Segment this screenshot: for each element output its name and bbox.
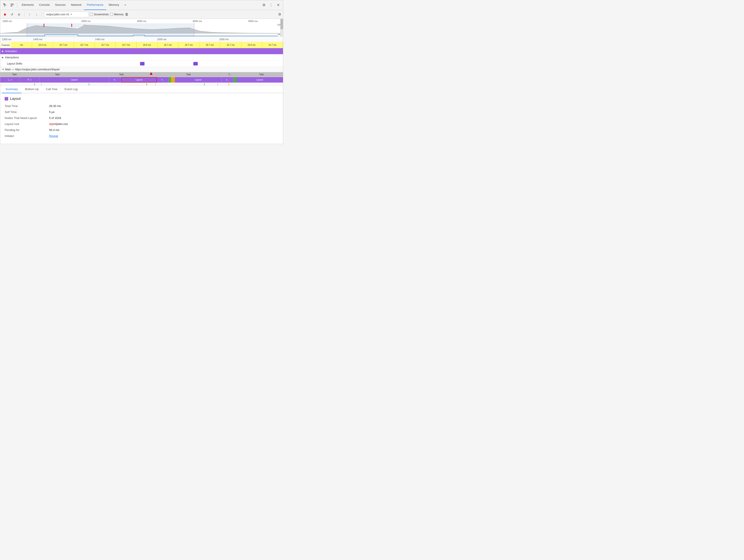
summary-panel: Layout Total Time 28.30 ms Self Time 5 μ… (0, 93, 283, 144)
topbar-right-icons: ⚙ ⋮ ✕ (261, 2, 281, 8)
capture-settings-icon[interactable]: ⚙ (278, 12, 281, 16)
record-button[interactable]: ⏺ (2, 11, 8, 17)
tab-memory[interactable]: Memory (106, 0, 122, 10)
frame-7: 16.7 ms (158, 42, 179, 48)
screenshots-checkbox-label[interactable]: Screenshots (90, 13, 109, 16)
frame-5: 16.7 ms (116, 42, 137, 48)
tasks-bar: Task Task Task Task T... Task (0, 72, 283, 77)
tick-5000: 5000 ms (225, 20, 281, 23)
animation-row[interactable]: ▶ Animation (0, 48, 283, 54)
summary-title: Layout (5, 97, 278, 101)
summary-row-total-time: Total Time 28.30 ms (5, 104, 278, 108)
tab-summary[interactable]: Summary (2, 85, 22, 93)
performance-toolbar: ⏺ ↺ ⊘ ↑ ↓ output.jsbin.com #1 ▼ Screensh… (0, 10, 283, 19)
tick-3000: 3000 ms (114, 20, 170, 23)
flame-layout-1: Layout (39, 77, 109, 82)
t-tick-1350: 1350 ms (2, 38, 33, 41)
interactions-row[interactable]: ▶ Interactions (0, 54, 283, 61)
main-label: Main — https://output.jsbin.com/elisum/9… (5, 68, 60, 71)
flame-pt: P...t (20, 77, 39, 82)
upload-button[interactable]: ↑ (27, 11, 32, 17)
summary-title-text: Layout (10, 97, 21, 101)
flame-layout-3: Layout (236, 77, 283, 82)
frame-2: 16.7 ms (53, 42, 74, 48)
tab-sources[interactable]: Sources (52, 0, 68, 10)
more-icon[interactable]: ⋮ (268, 2, 274, 8)
flame-row-1: L...t P...t Layout P... Layout P... Layo… (0, 77, 283, 83)
download-button[interactable]: ↓ (34, 11, 39, 17)
frames-row: Frames ms 16.6 ms 16.7 ms 16.7 ms 16.7 m… (0, 42, 283, 48)
inspect-icon[interactable] (9, 2, 15, 8)
tick-4000: 4000 ms (170, 20, 225, 23)
overview-ruler: 1000 ms 2000 ms 3000 ms 4000 ms 5000 ms (0, 19, 283, 23)
tab-network[interactable]: Network (68, 0, 84, 10)
memory-checkbox-label[interactable]: Memory (110, 13, 124, 16)
initiator-key: Initiator (5, 134, 49, 138)
tab-event-log[interactable]: Event Log (61, 85, 81, 93)
flame-green-2 (233, 77, 236, 82)
main-tabs: Elements Console Sources Network Perform… (19, 0, 260, 10)
summary-row-pending: Pending for 50.4 ms (5, 128, 278, 132)
initiator-val[interactable]: Reveal (49, 134, 58, 138)
frame-3: 16.7 ms (74, 42, 95, 48)
self-time-key: Self Time (5, 110, 49, 114)
svg-rect-10 (193, 62, 198, 66)
tab-elements[interactable]: Elements (19, 0, 36, 10)
interactions-expand-icon[interactable]: ▶ (2, 56, 5, 59)
layout-root-key: Layout root (5, 122, 49, 126)
bottom-panel: Summary Bottom-Up Call Tree Event Log La… (0, 85, 283, 144)
clear-button[interactable]: ⊘ (16, 11, 22, 17)
sub-indicators-svg (0, 83, 283, 85)
tab-call-tree[interactable]: Call Tree (42, 85, 61, 93)
svg-rect-2 (12, 4, 13, 5)
task-1: Task (29, 72, 86, 77)
flame-lt: L...t (0, 77, 20, 82)
delete-button[interactable]: 🗑 (125, 12, 128, 16)
style-keyword: style (49, 122, 55, 126)
frames-label: Frames (0, 42, 11, 48)
svg-rect-9 (140, 62, 145, 66)
tab-performance[interactable]: Performance (84, 0, 106, 10)
overview-scrollbar-thumb[interactable] (281, 19, 283, 29)
memory-checkbox[interactable] (110, 13, 113, 16)
pending-key: Pending for (5, 128, 49, 132)
cursor-icon[interactable] (2, 2, 8, 8)
flame-layout-selected[interactable]: Layout (121, 77, 157, 82)
t-tick-1400: 1400 ms (33, 38, 95, 41)
task-2: Task (86, 72, 157, 77)
tick-1000: 1000 ms (2, 20, 58, 23)
settings-icon[interactable]: ⚙ (261, 2, 267, 8)
reload-record-button[interactable]: ↺ (9, 11, 15, 17)
toolbar-sep2 (42, 12, 42, 16)
svg-rect-1 (11, 4, 12, 5)
overview-area[interactable]: 1000 ms 2000 ms 3000 ms 4000 ms 5000 ms … (0, 19, 283, 37)
total-time-key: Total Time (5, 104, 49, 108)
tab-console[interactable]: Console (36, 0, 52, 10)
frame-4: 16.7 ms (95, 42, 116, 48)
flame-orange (171, 77, 175, 82)
overview-scrollbar[interactable] (280, 19, 283, 36)
frame-1: 16.6 ms (32, 42, 53, 48)
t-tick-1500: 1500 ms (157, 38, 219, 41)
animation-expand-icon[interactable]: ▶ (2, 50, 5, 52)
pending-val: 50.4 ms (49, 128, 59, 132)
summary-row-nodes: Nodes That Need Layout 5 of 1618 (5, 116, 278, 120)
close-icon[interactable]: ✕ (275, 2, 281, 8)
self-time-val: 5 μs (49, 110, 54, 114)
timeline-ruler: 1350 ms 1400 ms 1450 ms 1500 ms 1550 ms (0, 37, 283, 42)
svg-marker-11 (150, 72, 152, 75)
tab-more[interactable]: » (122, 0, 129, 10)
detail-timeline: 1350 ms 1400 ms 1450 ms 1500 ms 1550 ms … (0, 37, 283, 85)
tab-bottom-up[interactable]: Bottom-Up (22, 85, 42, 93)
summary-color-block (5, 97, 8, 101)
nodes-key: Nodes That Need Layout (5, 116, 49, 120)
nodes-val: 5 of 1618 (49, 116, 61, 120)
screenshots-checkbox[interactable] (90, 13, 93, 16)
frame-6: 16.6 ms (137, 42, 158, 48)
total-time-val: 28.30 ms (49, 104, 61, 108)
summary-row-initiator: Initiator Reveal (5, 134, 278, 138)
layout-shifts-row: Layout Shifts (0, 61, 283, 67)
main-thread-row[interactable]: ▼ Main — https://output.jsbin.com/elisum… (0, 67, 283, 72)
frame-8: 16.7 ms (179, 42, 199, 48)
main-expand-icon[interactable]: ▼ (2, 68, 5, 71)
